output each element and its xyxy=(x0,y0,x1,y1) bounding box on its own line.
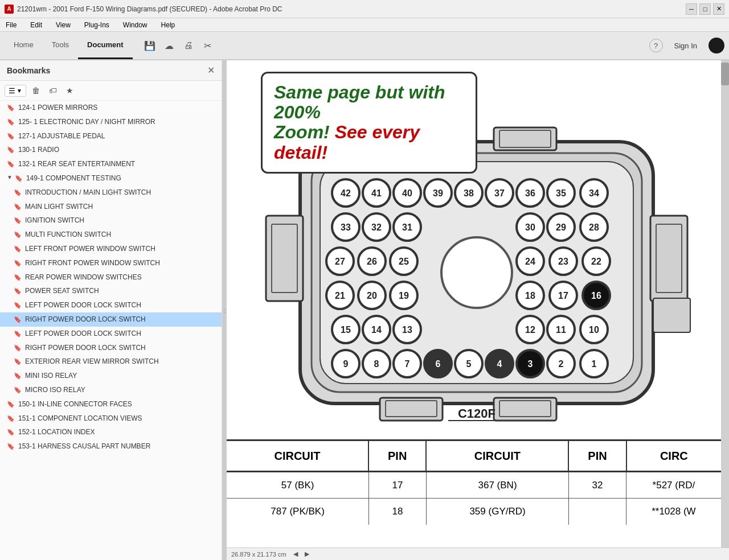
menu-window[interactable]: Window xyxy=(120,20,151,30)
menu-view[interactable]: View xyxy=(52,20,74,30)
svg-text:1: 1 xyxy=(592,359,597,369)
scroll-thumb[interactable] xyxy=(721,63,729,85)
bookmark-item-25[interactable]: 🔖 153-1 HARNESS CAUSAL PART NUMBER xyxy=(0,439,222,454)
bookmark-icon: 🔖 xyxy=(14,287,22,295)
table-header-circuit1: CIRCUIT xyxy=(227,441,369,471)
svg-text:28: 28 xyxy=(589,223,599,232)
table-cell-circuit2-r1: 367 (BN) xyxy=(427,472,569,498)
bookmark-item-2[interactable]: 🔖 125- 1 ELECTRONIC DAY / NIGHT MIRROR xyxy=(0,115,222,129)
connector-diagram-area: 42 41 40 39 38 37 36 35 xyxy=(249,129,704,439)
bookmark-item-12[interactable]: 🔖 RIGHT FRONT POWER WINDOW SWITCH xyxy=(0,256,222,270)
bookmark-item-24[interactable]: 🔖 152-1 LOCATION INDEX xyxy=(0,425,222,439)
vertical-scrollbar[interactable] xyxy=(721,60,729,560)
menu-edit[interactable]: Edit xyxy=(27,20,46,30)
bookmark-item-15[interactable]: 🔖 LEFT POWER DOOR LOCK SWITCH xyxy=(0,298,222,312)
bookmark-icon: 🔖 xyxy=(14,372,22,380)
sidebar-view-dropdown[interactable]: ☰ ▼ xyxy=(5,85,26,97)
bookmark-item-5[interactable]: 🔖 132-1 REAR SEAT ENTERTAINMENT xyxy=(0,157,222,171)
close-button[interactable]: ✕ xyxy=(713,3,724,15)
sidebar-resize-handle[interactable]: ⋮ xyxy=(222,60,227,560)
scroll-nav-right[interactable]: ▶ xyxy=(305,550,309,558)
expand-icon: ▼ xyxy=(7,174,13,182)
window-controls[interactable]: ─ □ ✕ xyxy=(686,3,724,15)
svg-text:32: 32 xyxy=(371,223,382,232)
bookmark-item-10[interactable]: 🔖 MULTI FUNCTION SWITCH xyxy=(0,228,222,242)
bookmark-item-11[interactable]: 🔖 LEFT FRONT POWER WINDOW SWITCH xyxy=(0,242,222,256)
bookmark-item-3[interactable]: 🔖 127-1 ADJUSTABLE PEDAL xyxy=(0,129,222,143)
table-cell-pin1-r1: 17 xyxy=(369,472,427,498)
svg-text:13: 13 xyxy=(402,325,412,335)
main-layout: Bookmarks ✕ ☰ ▼ 🗑 🏷 ★ 🔖 124-1 POWER MIRR… xyxy=(0,60,729,560)
print-icon[interactable]: 🖨 xyxy=(181,38,196,53)
pdf-content: Same page but with 200% Zoom! See every … xyxy=(227,60,721,547)
menu-help[interactable]: Help xyxy=(158,20,179,30)
svg-text:14: 14 xyxy=(371,325,382,335)
bookmark-item-21[interactable]: 🔖 MICRO ISO RELAY xyxy=(0,383,222,397)
cut-icon[interactable]: ✂ xyxy=(200,38,216,53)
bookmark-item-18[interactable]: 🔖 RIGHT POWER DOOR LOCK SWITCH xyxy=(0,341,222,355)
bookmark-item-8[interactable]: 🔖 MAIN LIGHT SWITCH xyxy=(0,200,222,214)
callout-line2: Zoom! See every detail! xyxy=(274,122,464,162)
svg-text:7: 7 xyxy=(405,359,410,369)
table-row-1: 57 (BK) 17 367 (BN) 32 *527 (RD/ xyxy=(227,472,721,499)
bookmark-icon: 🔖 xyxy=(14,203,22,211)
svg-text:29: 29 xyxy=(556,223,566,232)
sidebar-header: Bookmarks ✕ xyxy=(0,60,222,81)
bookmark-item-22[interactable]: 🔖 150-1 IN-LINE CONNECTOR FACES xyxy=(0,397,222,411)
pdf-area: Same page but with 200% Zoom! See every … xyxy=(227,60,729,560)
callout-box: Same page but with 200% Zoom! See every … xyxy=(261,72,477,174)
bookmark-item-9[interactable]: 🔖 IGNITION SWITCH xyxy=(0,213,222,228)
minimize-button[interactable]: ─ xyxy=(686,3,697,15)
bookmark-item-14[interactable]: 🔖 POWER SEAT SWITCH xyxy=(0,284,222,298)
bookmark-item-17[interactable]: 🔖 LEFT POWER DOOR LOCK SWITCH xyxy=(0,327,222,341)
bookmark-icon: 🔖 xyxy=(7,104,15,112)
bookmark-item-7[interactable]: 🔖 INTRODUCTION / MAIN LIGHT SWITCH xyxy=(0,186,222,200)
bookmark-item-23[interactable]: 🔖 151-1 COMPONENT LOCATION VIEWS xyxy=(0,411,222,426)
bookmark-icon: 🔖 xyxy=(14,259,22,267)
page-dimensions: 26.879 x 21.173 cm xyxy=(231,551,286,558)
sidebar-tag-button[interactable]: 🏷 xyxy=(46,83,60,98)
svg-rect-15 xyxy=(653,298,690,332)
bookmark-item-20[interactable]: 🔖 MINI ISO RELAY xyxy=(0,369,222,383)
bookmark-item-16[interactable]: 🔖 RIGHT POWER DOOR LOCK SWITCH xyxy=(0,312,222,327)
table-cell-circuit2-r2: 359 (GY/RD) xyxy=(427,499,569,525)
svg-point-16 xyxy=(441,237,512,308)
svg-text:39: 39 xyxy=(433,188,443,198)
bookmark-item-1[interactable]: 🔖 124-1 POWER MIRRORS xyxy=(0,101,222,115)
tab-tools[interactable]: Tools xyxy=(43,32,78,59)
scroll-nav-left[interactable]: ◀ xyxy=(293,550,298,558)
svg-text:4: 4 xyxy=(497,359,502,369)
bookmark-icon: 🔖 xyxy=(15,174,23,183)
table-header-pin1: PIN xyxy=(369,441,427,471)
bookmark-item-13[interactable]: 🔖 REAR POWER WINDOW SWITCHES xyxy=(0,270,222,285)
svg-text:27: 27 xyxy=(335,257,345,266)
sidebar-star-button[interactable]: ★ xyxy=(63,83,77,98)
table-cell-pin1-r2: 18 xyxy=(369,499,427,525)
bookmark-icon: 🔖 xyxy=(7,132,15,141)
bookmark-icon: 🔖 xyxy=(7,400,15,409)
maximize-button[interactable]: □ xyxy=(699,3,711,15)
bookmark-item-4[interactable]: 🔖 130-1 RADIO xyxy=(0,143,222,157)
menu-file[interactable]: File xyxy=(2,20,20,30)
menu-plugins[interactable]: Plug-Ins xyxy=(81,20,113,30)
sidebar-delete-button[interactable]: 🗑 xyxy=(28,83,43,98)
tab-home[interactable]: Home xyxy=(5,32,43,59)
signin-button[interactable]: Sign In xyxy=(667,39,704,52)
help-button[interactable]: ? xyxy=(649,39,663,52)
sidebar-close-button[interactable]: ✕ xyxy=(207,65,215,76)
tab-document[interactable]: Document xyxy=(78,32,133,59)
svg-text:24: 24 xyxy=(525,257,535,266)
svg-text:18: 18 xyxy=(525,291,535,300)
upload-icon[interactable]: ☁ xyxy=(161,38,177,53)
bookmark-icon: 🔖 xyxy=(14,386,22,394)
bookmark-icon: 🔖 xyxy=(7,146,15,154)
menu-bar: File Edit View Plug-Ins Window Help xyxy=(0,18,729,32)
svg-text:9: 9 xyxy=(343,359,349,369)
bookmark-item-6[interactable]: ▼ 🔖 149-1 COMPONENT TESTING xyxy=(0,171,222,186)
save-icon[interactable]: 💾 xyxy=(142,38,158,53)
svg-text:6: 6 xyxy=(436,359,441,369)
bookmark-icon: 🔖 xyxy=(7,414,15,423)
bookmark-item-19[interactable]: 🔖 EXTERIOR REAR VIEW MIRROR SWITCH xyxy=(0,355,222,369)
sidebar-title: Bookmarks xyxy=(7,66,50,75)
table-cell-pin2-r2 xyxy=(569,499,626,525)
